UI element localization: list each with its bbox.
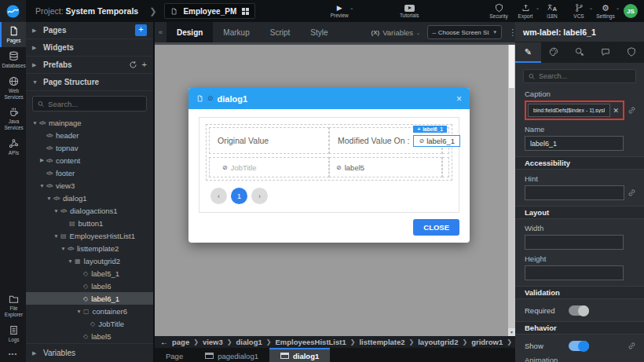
tab-properties[interactable]: ✎ [515, 42, 541, 63]
tree-item-dialogactions1[interactable]: ▼</>dialogactions1 [26, 204, 153, 217]
properties-search[interactable] [523, 69, 636, 83]
section-prefabs[interactable]: ▶ Prefabs + [26, 57, 153, 74]
section-pages[interactable]: ▶ Pages + [26, 22, 153, 39]
pagination-next-button[interactable]: › [251, 188, 268, 204]
cell-label5[interactable]: ⊘label5 [329, 157, 442, 177]
properties-search-input[interactable] [539, 72, 631, 80]
add-prefab-button[interactable]: + [142, 60, 147, 69]
cell-jobtitle[interactable]: ⊘JobTitle [209, 157, 329, 177]
more-dots-icon[interactable]: ••• [0, 346, 26, 362]
vcs-button[interactable]: VCS ⌄ [565, 0, 592, 22]
hint-input[interactable] [525, 185, 624, 200]
tab-style[interactable]: Style [300, 22, 338, 42]
rail-item-java-services[interactable]: Java Services [0, 103, 26, 134]
header-cell-modified[interactable]: Modified Value On : +label6_1 ⊘label6_1 [329, 127, 442, 154]
tab-dialog1-active[interactable]: dialog1 [269, 348, 330, 362]
breadcrumb-item[interactable]: layoutgrid2 [418, 338, 458, 346]
scrollbar-down-arrow[interactable]: ▼ [508, 328, 515, 336]
refresh-icon[interactable] [129, 60, 137, 69]
export-button[interactable]: Export ⌄ [512, 0, 539, 22]
tree-item-label5_1[interactable]: ◇label5_1 [26, 267, 153, 280]
breadcrumb-item[interactable]: page [172, 338, 189, 346]
tree-item-view3[interactable]: ▼</>view3 [26, 179, 153, 192]
pagination-page-1[interactable]: 1 [231, 188, 247, 204]
add-page-button[interactable]: + [135, 24, 147, 36]
dialog-close-icon[interactable]: × [456, 93, 462, 104]
tutorials-button[interactable]: Tutorials [396, 0, 423, 22]
structure-search[interactable] [32, 96, 147, 112]
tree-item-jobtitle[interactable]: ◇JobTitle [26, 317, 153, 330]
security-button[interactable]: Security [485, 0, 512, 22]
required-toggle[interactable] [569, 305, 589, 316]
tab-script[interactable]: Script [260, 22, 301, 42]
header-cell-original[interactable]: Original Value [209, 127, 329, 154]
tab-design[interactable]: Design [166, 22, 213, 42]
tab-pagedialog1[interactable]: pagedialog1 [194, 348, 269, 362]
tree-item-layoutgrid2[interactable]: ▼▦layoutgrid2 [26, 254, 153, 267]
breadcrumb-item[interactable]: dialog1 [236, 338, 262, 346]
tree-item-employeeshistlist1[interactable]: ▼▤EmployeesHistList1 [26, 229, 153, 242]
collapse-left-icon[interactable]: « [155, 28, 166, 36]
width-input[interactable] [525, 235, 624, 250]
page-selector[interactable]: Employee_PM [164, 3, 255, 19]
caption-input[interactable] [528, 104, 610, 117]
i18n-button[interactable]: A i18N [539, 0, 565, 22]
tree-item-content[interactable]: ▶</>content [26, 154, 153, 166]
tab-page[interactable]: Page [155, 348, 194, 362]
page-grid-icon[interactable] [242, 8, 249, 15]
variables-button[interactable]: (X) Variables ⌄ [371, 28, 421, 37]
section-page-structure[interactable]: ▼ Page Structure [26, 74, 153, 91]
selected-label-widget[interactable]: +label6_1 ⊘label6_1 [413, 135, 460, 147]
section-widgets[interactable]: ▶ Widgets [26, 39, 153, 57]
tree-item-label6[interactable]: ◇label6 [26, 280, 153, 292]
breadcrumb-item[interactable]: listtemplate2 [359, 338, 404, 346]
user-avatar[interactable]: JS [624, 4, 638, 18]
rail-item-pages[interactable]: Pages [0, 22, 26, 47]
tab-styles[interactable] [541, 42, 567, 63]
height-input[interactable] [525, 265, 624, 280]
breadcrumb-item[interactable]: EmployeesHistList1 [275, 338, 346, 346]
tree-item-label6_1-selected[interactable]: ◇label6_1 [26, 292, 153, 305]
structure-search-input[interactable] [48, 100, 141, 108]
screen-size-select[interactable]: -- Choose Screen Size -- ▼ [427, 25, 502, 39]
tree-item-topnav[interactable]: </>topnav [26, 141, 153, 154]
section-variables[interactable]: ▶ Variables [26, 343, 153, 362]
clear-icon[interactable]: ✕ [613, 107, 619, 115]
back-arrow-icon[interactable]: ← [160, 338, 168, 346]
rail-item-databases[interactable]: Databases [0, 47, 26, 72]
dialog-header[interactable]: ⊘ dialog1 × [188, 88, 470, 109]
wavemaker-logo[interactable] [0, 0, 26, 22]
tree-item-listtemplate2[interactable]: ▼</>listtemplate2 [26, 242, 153, 254]
rail-item-apis[interactable]: APIs [0, 134, 26, 159]
scrollbar-thumb[interactable] [509, 45, 514, 88]
bind-link-icon[interactable] [628, 188, 636, 197]
tree-item-label5[interactable]: ◇label5 [26, 330, 153, 342]
settings-button[interactable]: ⚙ Settings ⌄ [592, 0, 619, 22]
bind-link-icon[interactable] [628, 342, 636, 350]
canvas-scrollbar[interactable]: ▼ [508, 45, 515, 336]
tab-comments[interactable] [592, 42, 618, 63]
tree-item-container6[interactable]: ▼▢container6 [26, 305, 153, 317]
list-widget[interactable]: Original Value Modified Value On : +labe… [206, 124, 452, 181]
name-input[interactable] [525, 136, 624, 151]
tree-item-dialog1[interactable]: ▼</>dialog1 [26, 192, 153, 204]
tree-item-footer[interactable]: </>footer [26, 166, 153, 179]
tree-item-button1[interactable]: ▤button1 [26, 217, 153, 229]
tab-events[interactable] [567, 42, 593, 63]
dialog1-widget[interactable]: ⊘ dialog1 × Original Value Modified Valu… [188, 88, 470, 243]
rail-item-file-explorer[interactable]: File Explorer [0, 290, 26, 321]
design-canvas[interactable]: ⊘ dialog1 × Original Value Modified Valu… [155, 42, 515, 336]
preview-button[interactable]: ▶ Preview ⌄ [326, 0, 353, 22]
breadcrumb-item[interactable]: view3 [203, 338, 223, 346]
dialog-close-button[interactable]: CLOSE [413, 219, 459, 236]
breadcrumb-item[interactable]: gridrow1 [471, 338, 503, 346]
pagination-prev-button[interactable]: ‹ [210, 188, 227, 204]
rail-item-logs[interactable]: Logs [0, 321, 26, 346]
show-toggle[interactable] [569, 341, 589, 351]
tree-item-mainpage[interactable]: ▼</>mainpage [26, 116, 153, 129]
rail-item-web-services[interactable]: Web Services [0, 72, 26, 104]
widget-move-badge[interactable]: +label6_1 [413, 126, 446, 133]
tab-security[interactable] [618, 42, 644, 63]
tree-item-header[interactable]: </>header [26, 129, 153, 141]
tab-markup[interactable]: Markup [213, 22, 259, 42]
